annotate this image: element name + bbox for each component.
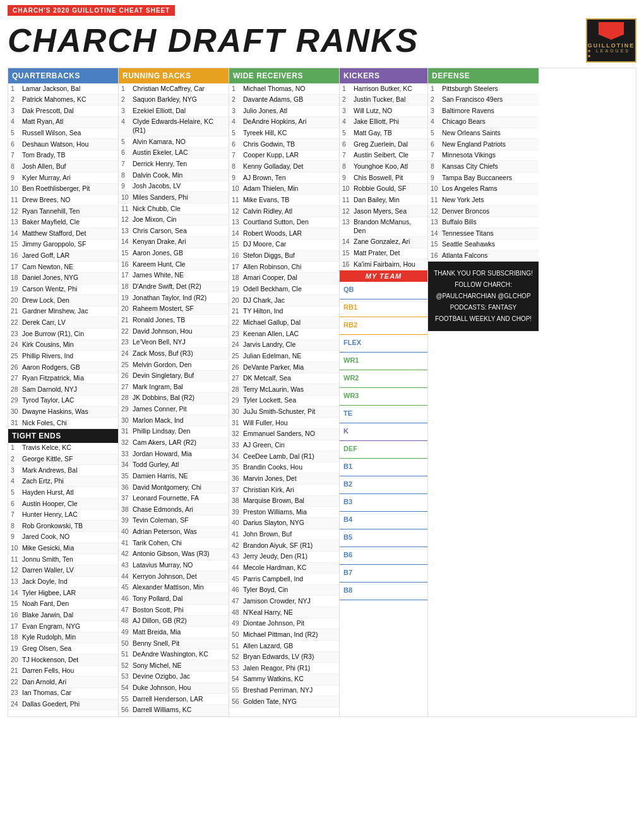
item-number: 20 bbox=[232, 296, 243, 305]
item-number: 1 bbox=[342, 85, 354, 94]
item-name: Raheem Mostert, SF bbox=[133, 305, 194, 313]
item-name: John Brown, Buf bbox=[243, 530, 292, 539]
item-name: Darren Waller, LV bbox=[22, 566, 74, 575]
item-name: Mike Gesicki, Mia bbox=[22, 544, 74, 553]
item-name: Alexander Mattison, Min bbox=[133, 583, 204, 592]
list-item: 21TY Hilton, Ind bbox=[229, 306, 339, 318]
item-number: 13 bbox=[232, 218, 243, 227]
item-number: 34 bbox=[232, 452, 243, 461]
item-number: 34 bbox=[121, 461, 133, 469]
list-item: 13Baker Mayfield, Cle bbox=[8, 217, 118, 229]
item-name: Aaron Jones, GB bbox=[133, 249, 183, 258]
item-name: Nick Chubb, Cle bbox=[133, 205, 181, 214]
item-number: 45 bbox=[232, 575, 243, 584]
item-number: 51 bbox=[121, 650, 133, 659]
item-number: 21 bbox=[11, 307, 22, 316]
list-item: 28Terry McLaurin, Was bbox=[229, 384, 339, 396]
item-name: Ezekiel Elliott, Dal bbox=[133, 107, 186, 116]
item-number: 1 bbox=[431, 85, 442, 94]
list-item: 11Nick Chubb, Cle bbox=[119, 203, 229, 215]
item-name: Duke Johnson, Hou bbox=[133, 684, 191, 692]
item-name: Darrell Henderson, LAR bbox=[133, 695, 203, 704]
item-name: Jared Goff, LAR bbox=[22, 251, 69, 260]
item-number: 28 bbox=[11, 385, 22, 394]
item-number: 16 bbox=[11, 611, 22, 620]
list-item: 15Jimmy Garoppolo, SF bbox=[8, 239, 118, 251]
item-number: 8 bbox=[11, 522, 22, 531]
list-item: 3Julio Jones, Atl bbox=[229, 106, 339, 117]
item-name: Derrick Henry, Ten bbox=[133, 160, 187, 169]
item-number: 2 bbox=[342, 95, 354, 104]
item-number: 31 bbox=[121, 427, 133, 436]
list-item: 2Davante Adams, GB bbox=[229, 95, 339, 106]
list-item: 42Antonio Gibson, Was (R3) bbox=[119, 549, 229, 560]
list-item: 14Zane Gonzalez, Ari bbox=[340, 237, 427, 248]
list-item: 11Mike Evans, TB bbox=[229, 195, 339, 206]
myteam-slot: B5 bbox=[340, 529, 427, 547]
item-name: Cam Akers, LAR (R2) bbox=[133, 438, 196, 447]
item-name: Matthew Stafford, Det bbox=[22, 229, 86, 238]
item-name: Dan Bailey, Min bbox=[354, 196, 400, 205]
item-number: 21 bbox=[11, 667, 22, 675]
list-item: 11New York Jets bbox=[428, 195, 539, 206]
list-item: 12Ryan Tannehill, Ten bbox=[8, 206, 118, 217]
item-name: Devin Singletary, Buf bbox=[133, 372, 194, 380]
list-item: 14Robert Woods, LAR bbox=[229, 228, 339, 239]
item-number: 56 bbox=[121, 706, 133, 715]
item-number: 56 bbox=[232, 698, 243, 706]
list-item: 5New Orleans Saints bbox=[428, 128, 539, 140]
list-item: 3Mark Andrews, Bal bbox=[8, 465, 118, 476]
list-item: 25Phillip Rivers, Ind bbox=[8, 351, 118, 362]
item-number: 7 bbox=[431, 151, 442, 160]
item-number: 49 bbox=[121, 628, 133, 637]
list-item: 56Darrell Williams, KC bbox=[119, 705, 229, 716]
page-title: CHARCH DRAFT RANKS bbox=[8, 21, 419, 59]
list-item: 22Dan Arnold, Ari bbox=[8, 677, 118, 688]
item-name: New Orleans Saints bbox=[442, 129, 501, 138]
def-column: DEFENSE 1Pittsburgh Steelers2San Francis… bbox=[428, 68, 539, 716]
list-item: 20TJ Hockenson, Det bbox=[8, 655, 118, 666]
list-item: 6Austin Ekeler, LAC bbox=[119, 148, 229, 159]
item-name: Ka'imi Fairbairn, Hou bbox=[354, 260, 415, 269]
list-item: 26Aaron Rodgers, GB bbox=[8, 362, 118, 373]
item-number: 35 bbox=[232, 463, 243, 472]
item-name: Sammy Watkins, KC bbox=[243, 675, 304, 684]
item-name: Kyler Murray, Ari bbox=[22, 174, 71, 183]
item-name: Drew Lock, Den bbox=[22, 296, 69, 305]
item-number: 9 bbox=[232, 174, 243, 183]
item-number: 37 bbox=[121, 494, 133, 503]
list-item: 38Marquise Brown, Bal bbox=[229, 496, 339, 507]
list-item: 43Jerry Jeudy, Den (R1) bbox=[229, 552, 339, 563]
item-number: 15 bbox=[11, 240, 22, 249]
item-name: Boston Scott, Phi bbox=[133, 606, 184, 615]
item-name: Benny Snell, Pit bbox=[133, 639, 179, 648]
item-name: Mark Ingram, Bal bbox=[133, 383, 183, 392]
item-name: Aaron Rodgers, GB bbox=[22, 363, 80, 372]
item-number: 8 bbox=[121, 171, 133, 180]
list-item: 9Josh Jacobs, LV bbox=[119, 181, 229, 193]
item-name: TY Hilton, Ind bbox=[243, 307, 283, 316]
item-name: Mecole Hardman, KC bbox=[243, 564, 306, 572]
item-name: Miles Sanders, Phi bbox=[133, 193, 188, 202]
qb-header: QUARTERBACKS bbox=[8, 68, 118, 83]
item-number: 43 bbox=[121, 561, 133, 570]
myteam-slot: DEF bbox=[340, 441, 427, 459]
list-item: 21Gardner Minshew, Jac bbox=[8, 306, 118, 318]
item-number: 6 bbox=[232, 140, 243, 149]
item-number: 10 bbox=[431, 184, 442, 193]
item-number: 3 bbox=[121, 107, 133, 116]
list-item: 4Jake Elliott, Phi bbox=[340, 117, 427, 128]
item-name: Minnesota Vikings bbox=[442, 151, 496, 160]
thankyou-line2: FOLLOW CHARCH: @PAULCHARCHIAN @GLCHOP bbox=[433, 279, 534, 302]
list-item: 14Tennessee Titans bbox=[428, 228, 539, 239]
item-number: 42 bbox=[121, 550, 133, 559]
list-item: 13Brandon McManus, Den bbox=[340, 217, 427, 237]
item-name: Davante Adams, GB bbox=[243, 95, 303, 104]
item-name: Le'Veon Bell, NYJ bbox=[133, 338, 186, 347]
item-number: 5 bbox=[431, 129, 442, 138]
item-name: CeeDee Lamb, Dal (R1) bbox=[243, 452, 314, 461]
item-name: Jason Myers, Sea bbox=[354, 207, 407, 216]
item-name: Chicago Bears bbox=[442, 118, 486, 126]
list-item: 14Tyler Higbee, LAR bbox=[8, 588, 118, 599]
item-name: N'Keal Harry, NE bbox=[243, 608, 293, 617]
